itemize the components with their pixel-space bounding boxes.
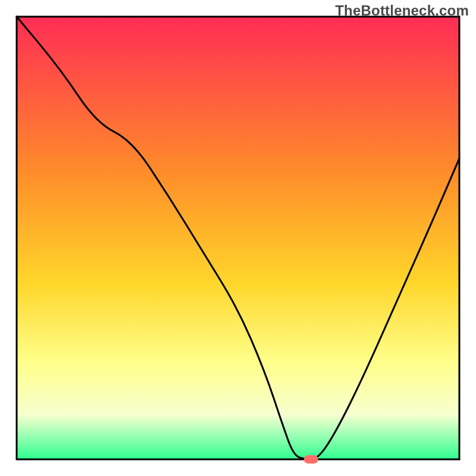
optimal-marker [304, 455, 318, 464]
chart-svg [0, 0, 476, 476]
heat-gradient [17, 17, 459, 459]
chart-container: TheBottleneck.com [0, 0, 476, 476]
